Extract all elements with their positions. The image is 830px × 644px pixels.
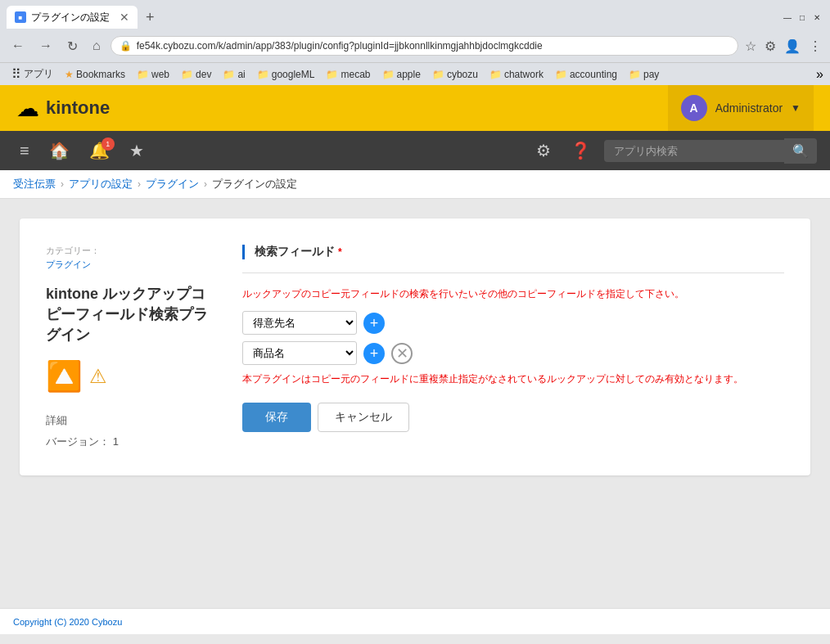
user-name: Administrator xyxy=(715,101,783,115)
folder-apple-icon: 📁 xyxy=(382,69,395,80)
app-search-area: 🔍 xyxy=(604,138,817,164)
notification-badge: 1 xyxy=(101,137,115,151)
bookmark-apple[interactable]: 📁 apple xyxy=(377,67,426,82)
settings-gear-icon[interactable]: ⚙ xyxy=(530,137,557,164)
plugin-card: カテゴリー： プラグイン kintone ルックアップコピーフィールド検索プラグ… xyxy=(20,218,810,475)
bookmark-cybozu[interactable]: 📁 cybozu xyxy=(427,67,483,82)
star-bookmark-icon: ★ xyxy=(65,69,74,80)
app-header: ☁ kintone A Administrator ▼ xyxy=(0,85,830,131)
minimize-button[interactable]: — xyxy=(781,11,794,24)
action-buttons: 保存 キャンセル xyxy=(242,403,784,432)
browser-tab[interactable]: ■ プラグインの設定 ✕ xyxy=(7,6,138,29)
menu-hamburger-icon[interactable]: ≡ xyxy=(13,138,36,164)
search-input[interactable] xyxy=(604,140,784,162)
folder-cybozu-icon: 📁 xyxy=(432,69,444,80)
folder-accounting-icon: 📁 xyxy=(555,69,567,80)
close-button[interactable]: ✕ xyxy=(810,11,823,24)
field-select-2[interactable]: 商品名 xyxy=(242,341,357,365)
folder-web-icon: 📁 xyxy=(137,69,149,80)
version-text: バージョン： 1 xyxy=(46,435,210,449)
address-bar[interactable]: 🔒 fe54k.cybozu.com/k/admin/app/383/plugi… xyxy=(111,36,738,56)
category-label: カテゴリー： xyxy=(46,245,210,257)
help-circle-icon[interactable]: ❓ xyxy=(564,137,598,164)
category-value: プラグイン xyxy=(46,259,210,271)
tab-title: プラグインの設定 xyxy=(31,11,110,25)
folder-pay-icon: 📁 xyxy=(629,69,641,80)
bookmark-mecab[interactable]: 📁 mecab xyxy=(321,67,375,82)
bookmark-web[interactable]: 📁 web xyxy=(132,67,174,82)
tab-close-button[interactable]: ✕ xyxy=(120,11,129,23)
plugin-title: kintone ルックアップコピーフィールド検索プラグイン xyxy=(46,284,210,346)
bookmark-chatwork[interactable]: 📁 chatwork xyxy=(485,67,548,82)
home-toolbar-icon[interactable]: 🏠 xyxy=(43,137,76,164)
search-submit-button[interactable]: 🔍 xyxy=(784,138,817,164)
bookmark-bookmarks[interactable]: ★ Bookmarks xyxy=(60,67,130,82)
add-field-button-2[interactable]: + xyxy=(363,343,385,364)
plugin-sidebar: カテゴリー： プラグイン kintone ルックアップコピーフィールド検索プラグ… xyxy=(46,245,210,449)
menu-icon[interactable]: ⋮ xyxy=(807,37,823,56)
browser-nav-icons: ☆ ⚙ 👤 ⋮ xyxy=(743,37,823,56)
folder-ai-icon: 📁 xyxy=(223,69,235,80)
save-button[interactable]: 保存 xyxy=(242,403,311,432)
breadcrumb-item-2[interactable]: アプリの設定 xyxy=(69,177,133,191)
back-button[interactable]: ← xyxy=(7,37,29,55)
profile-icon[interactable]: 👤 xyxy=(783,37,802,56)
refresh-button[interactable]: ↻ xyxy=(62,37,83,56)
tab-favicon: ■ xyxy=(15,11,26,23)
extensions-icon[interactable]: ⚙ xyxy=(763,37,778,56)
bookmark-pay[interactable]: 📁 pay xyxy=(624,67,664,82)
kintone-logo: ☁ kintone xyxy=(16,95,110,122)
star-icon[interactable]: ☆ xyxy=(743,37,758,56)
user-section[interactable]: A Administrator ▼ xyxy=(668,85,814,131)
home-button[interactable]: ⌂ xyxy=(88,37,106,55)
field-row-2: 商品名 + ✕ xyxy=(242,341,784,365)
more-bookmarks-button[interactable]: » xyxy=(816,67,823,82)
url-text: fe54k.cybozu.com/k/admin/app/383/plugin/… xyxy=(137,40,543,52)
breadcrumb-sep-1: › xyxy=(61,178,64,190)
field-row-1: 得意先名 + xyxy=(242,311,784,335)
field-desc: ルックアップのコピー元フィールドの検索を行いたいその他のコピーフィールドを指定し… xyxy=(242,286,784,301)
bookmark-ai[interactable]: 📁 ai xyxy=(218,67,250,82)
folder-dev-icon: 📁 xyxy=(181,69,193,80)
notification-bell-icon[interactable]: 🔔 1 xyxy=(83,137,116,164)
lock-icon: 🔒 xyxy=(120,40,132,52)
header-right: A Administrator ▼ xyxy=(668,85,814,131)
breadcrumb: 受注伝票 › アプリの設定 › プラグイン › プラグインの設定 xyxy=(0,170,830,199)
breadcrumb-sep-3: › xyxy=(204,178,207,190)
details-label: 詳細 xyxy=(46,413,210,428)
breadcrumb-sep-2: › xyxy=(138,178,141,190)
folder-googleml-icon: 📁 xyxy=(257,69,269,80)
bookmark-dev[interactable]: 📁 dev xyxy=(176,67,216,82)
bookmarks-apps[interactable]: ⠿ アプリ xyxy=(7,65,58,83)
remove-field-button-2[interactable]: ✕ xyxy=(391,343,413,364)
window-controls: — □ ✕ xyxy=(781,11,823,24)
forward-button[interactable]: → xyxy=(34,37,57,55)
folder-mecab-icon: 📁 xyxy=(326,69,338,80)
cancel-button[interactable]: キャンセル xyxy=(318,403,409,432)
field-select-1[interactable]: 得意先名 xyxy=(242,311,357,335)
field-section: 検索フィールド * xyxy=(242,245,784,259)
copyright-text: Copyright (C) 2020 Cybozu xyxy=(13,617,122,627)
breadcrumb-item-3[interactable]: プラグイン xyxy=(146,177,199,191)
folder-chatwork-icon: 📁 xyxy=(489,69,502,80)
warning-text: 本プラグインはコピー元のフィールドに重複禁止指定がなされているルックアップに対し… xyxy=(242,372,784,386)
navigation-bar: ← → ↻ ⌂ 🔒 fe54k.cybozu.com/k/admin/app/3… xyxy=(0,29,830,62)
plugin-settings: 検索フィールド * ルックアップのコピー元フィールドの検索を行いたいその他のコピ… xyxy=(242,245,784,449)
bookmarks-bar: ⠿ アプリ ★ Bookmarks 📁 web 📁 dev 📁 ai 📁 goo… xyxy=(0,62,830,85)
app-toolbar: ≡ 🏠 🔔 1 ★ ⚙ ❓ 🔍 xyxy=(0,131,830,170)
field-label: 検索フィールド * xyxy=(255,245,784,259)
favorites-star-icon[interactable]: ★ xyxy=(123,137,151,164)
maximize-button[interactable]: □ xyxy=(796,11,809,24)
bookmark-accounting[interactable]: 📁 accounting xyxy=(550,67,622,82)
main-content: カテゴリー： プラグイン kintone ルックアップコピーフィールド検索プラグ… xyxy=(0,199,830,608)
breadcrumb-item-1[interactable]: 受注伝票 xyxy=(13,177,56,191)
plugin-person-icon: 🔼 xyxy=(46,359,83,394)
breadcrumb-current: プラグインの設定 xyxy=(212,177,297,191)
avatar: A xyxy=(681,95,707,121)
new-tab-button[interactable]: + xyxy=(141,7,160,28)
cloud-icon: ☁ xyxy=(16,95,39,122)
required-mark: * xyxy=(338,246,342,258)
bookmark-googleml[interactable]: 📁 googleML xyxy=(252,67,320,82)
chevron-down-icon: ▼ xyxy=(791,102,801,114)
add-field-button-1[interactable]: + xyxy=(363,313,385,334)
